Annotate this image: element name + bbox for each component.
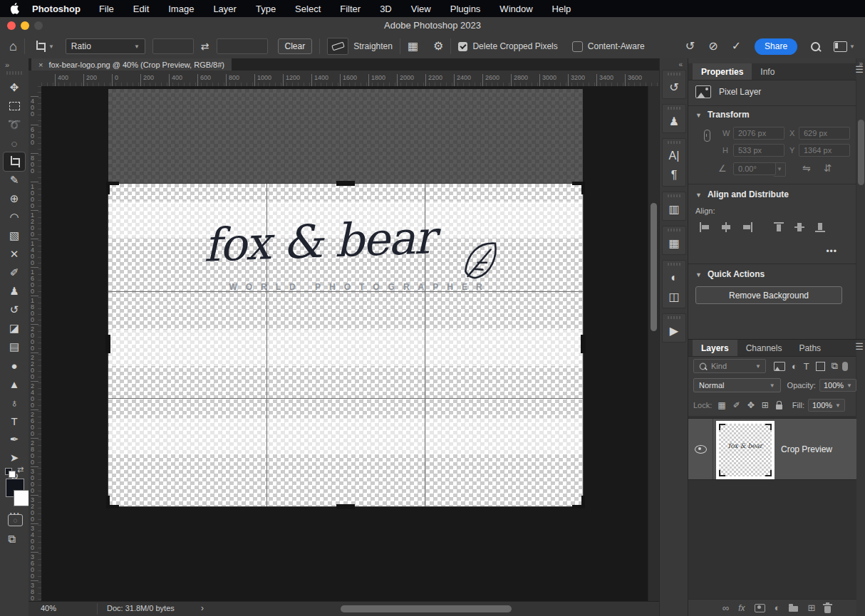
crop-handle-bottom-right[interactable] xyxy=(572,496,585,508)
crop-handle-bottom[interactable] xyxy=(336,504,355,509)
lock-pixels-icon[interactable]: ✐ xyxy=(733,400,740,410)
clone-source-panel-button[interactable]: ♟ xyxy=(663,112,685,131)
dock-group-grip[interactable] xyxy=(668,141,680,144)
content-aware-move-tool[interactable]: ✕ xyxy=(4,245,25,263)
lock-artboard-icon[interactable]: ⊞ xyxy=(762,400,769,410)
content-aware-checkbox[interactable]: Content-Aware xyxy=(572,41,645,52)
share-button[interactable]: Share xyxy=(755,38,797,55)
straighten-button[interactable] xyxy=(327,38,348,55)
x-field[interactable]: 629 px xyxy=(799,127,850,140)
toolbar-expand-chevron[interactable]: » xyxy=(0,58,29,69)
panel-menu-icon[interactable]: ☰ xyxy=(855,64,864,75)
vertical-scrollbar[interactable] xyxy=(648,86,659,602)
home-icon[interactable]: ⌂ xyxy=(9,41,17,52)
menu-type[interactable]: Type xyxy=(256,4,276,14)
crop-tool[interactable] xyxy=(4,152,25,171)
move-tool[interactable]: ✥ xyxy=(4,78,25,97)
horizontal-scrollbar-thumb[interactable] xyxy=(341,605,512,612)
layer-effects-icon[interactable]: fx xyxy=(738,603,745,613)
new-layer-icon[interactable]: ⊞ xyxy=(807,602,815,613)
screen-mode-button[interactable]: ⧉ xyxy=(8,533,16,545)
character-panel-button[interactable]: A| xyxy=(663,146,685,165)
zoom-level[interactable]: 40% xyxy=(41,604,56,612)
apple-icon[interactable] xyxy=(10,3,19,14)
align-bottom-button[interactable] xyxy=(815,222,827,232)
menu-plugins[interactable]: Plugins xyxy=(450,4,481,14)
tab-properties[interactable]: Properties xyxy=(693,63,752,80)
new-group-icon[interactable] xyxy=(789,606,798,612)
remove-background-button[interactable]: Remove Background xyxy=(695,286,842,304)
tab-info[interactable]: Info xyxy=(752,63,783,80)
dock-collapse-chevron[interactable]: « xyxy=(660,58,688,70)
dock-group-grip[interactable] xyxy=(668,194,680,197)
angle-dropdown-chevron[interactable]: ▼ xyxy=(774,162,786,177)
eraser-tool[interactable]: ◪ xyxy=(4,319,25,338)
crop-handle-top-right[interactable] xyxy=(572,182,585,194)
dock-group-grip[interactable] xyxy=(668,316,680,319)
flip-horizontal-icon[interactable]: ⇋ xyxy=(802,162,811,174)
delete-cropped-pixels-checkbox[interactable]: Delete Cropped Pixels xyxy=(458,41,557,51)
type-tool[interactable]: T xyxy=(4,412,25,430)
align-section-header[interactable]: ▼Align and Distribute xyxy=(695,189,789,199)
adjustments-panel-button[interactable]: ◐ xyxy=(663,268,685,287)
new-adjustment-layer-icon[interactable]: ◐ xyxy=(775,602,780,613)
menu-image[interactable]: Image xyxy=(168,4,194,14)
lasso-tool[interactable]: ➰ xyxy=(4,115,25,134)
kind-filter-select[interactable]: Kind ▼ xyxy=(693,359,766,373)
clear-button[interactable]: Clear xyxy=(278,38,313,54)
blend-mode-select[interactable]: Normal ▼ xyxy=(693,378,781,392)
add-layer-mask-icon[interactable] xyxy=(755,604,765,612)
layer-row[interactable]: fox & bear Crop Preview xyxy=(688,418,856,480)
menu-edit[interactable]: Edit xyxy=(133,4,149,14)
menu-view[interactable]: View xyxy=(411,4,431,14)
crop-handle-left[interactable] xyxy=(105,335,110,353)
filter-shape-icon[interactable] xyxy=(816,362,825,371)
crop-handle-right[interactable] xyxy=(581,335,586,353)
toolbar-grip[interactable] xyxy=(6,71,22,75)
menu-file[interactable]: File xyxy=(99,4,114,14)
lock-transparency-icon[interactable]: ▦ xyxy=(718,400,725,410)
workspace-switcher[interactable]: ▼ xyxy=(834,41,855,52)
panel-menu-icon[interactable]: ☰ xyxy=(855,341,864,352)
timeline-panel-button[interactable]: ▶ xyxy=(663,321,685,340)
crop-preview-region[interactable]: fox & bear WORLD PHOTOGRAPHER xyxy=(108,184,583,506)
layer-name[interactable]: Crop Preview xyxy=(781,444,832,454)
tab-layers[interactable]: Layers xyxy=(693,340,737,356)
transform-section-header[interactable]: ▼Transform xyxy=(695,110,750,120)
layer-visibility-cell[interactable] xyxy=(688,419,713,479)
crop-width-input[interactable] xyxy=(152,38,194,54)
dock-group-grip[interactable] xyxy=(668,73,680,75)
tab-channels[interactable]: Channels xyxy=(737,340,791,356)
patterns-panel-button[interactable]: ▦ xyxy=(663,234,685,253)
filter-image-icon[interactable] xyxy=(774,362,785,371)
crop-handle-bottom-left[interactable] xyxy=(106,496,119,508)
healing-brush-tool[interactable]: ◠ xyxy=(4,208,25,226)
sharpen-tool[interactable]: ▲ xyxy=(4,375,25,393)
quick-actions-header[interactable]: ▼Quick Actions xyxy=(695,269,765,279)
app-name[interactable]: Photoshop xyxy=(32,4,81,14)
layer-thumbnail[interactable]: fox & bear xyxy=(716,421,775,479)
menu-filter[interactable]: Filter xyxy=(340,4,361,14)
pen-tool[interactable]: ✒ xyxy=(4,430,25,449)
dodge-tool[interactable]: ♁ xyxy=(4,393,25,412)
opacity-field[interactable]: 100% ▼ xyxy=(819,379,856,392)
crop-tool-preset[interactable]: ▼ xyxy=(35,41,54,52)
tab-paths[interactable]: Paths xyxy=(790,340,829,356)
close-tab-icon[interactable]: × xyxy=(38,61,43,69)
dock-group-grip[interactable] xyxy=(668,263,680,266)
align-right-button[interactable] xyxy=(741,222,752,232)
filter-toggle-icon[interactable] xyxy=(842,362,848,371)
crop-handle-top-left[interactable] xyxy=(106,182,119,194)
crop-handle-top[interactable] xyxy=(336,181,355,186)
patch-tool[interactable]: ▧ xyxy=(4,226,25,245)
align-left-button[interactable] xyxy=(700,222,711,232)
cancel-crop-icon[interactable]: ⊘ xyxy=(708,41,718,52)
libraries-panel-button[interactable]: ◫ xyxy=(663,287,685,306)
gradient-tool[interactable]: ▤ xyxy=(4,338,25,356)
menu-layer[interactable]: Layer xyxy=(213,4,237,14)
ratio-select[interactable]: Ratio ▼ xyxy=(66,38,145,54)
align-center-h-button[interactable] xyxy=(720,222,732,232)
object-selection-tool[interactable]: ◌ xyxy=(4,134,25,152)
lock-position-icon[interactable]: ✥ xyxy=(747,400,755,410)
fill-field[interactable]: 100% ▼ xyxy=(808,399,845,412)
